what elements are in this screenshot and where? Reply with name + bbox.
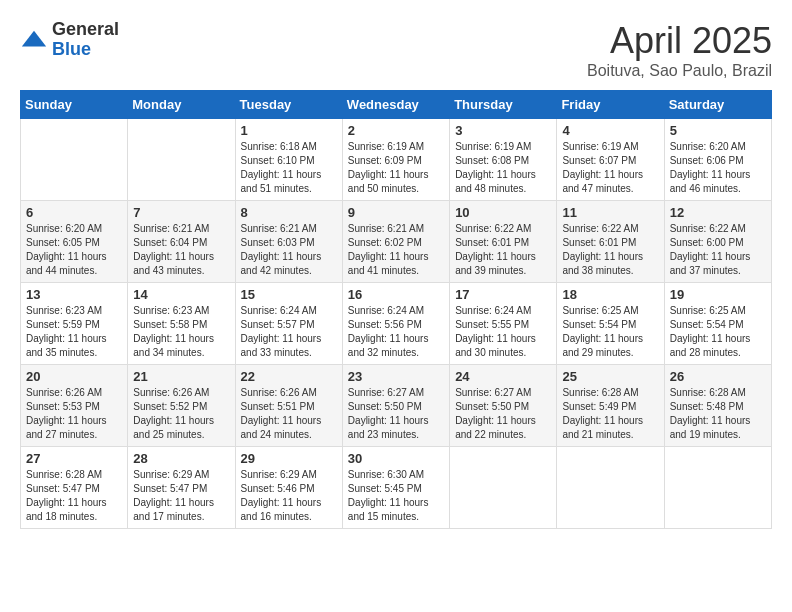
calendar-cell (664, 447, 771, 529)
logo-text: General Blue (52, 20, 119, 60)
day-info: Sunrise: 6:29 AM Sunset: 5:47 PM Dayligh… (133, 468, 229, 524)
weekday-header-tuesday: Tuesday (235, 91, 342, 119)
day-info: Sunrise: 6:24 AM Sunset: 5:57 PM Dayligh… (241, 304, 337, 360)
day-info: Sunrise: 6:20 AM Sunset: 6:06 PM Dayligh… (670, 140, 766, 196)
calendar-cell: 17Sunrise: 6:24 AM Sunset: 5:55 PM Dayli… (450, 283, 557, 365)
day-number: 20 (26, 369, 122, 384)
day-number: 4 (562, 123, 658, 138)
calendar-cell: 2Sunrise: 6:19 AM Sunset: 6:09 PM Daylig… (342, 119, 449, 201)
day-info: Sunrise: 6:19 AM Sunset: 6:08 PM Dayligh… (455, 140, 551, 196)
day-info: Sunrise: 6:26 AM Sunset: 5:52 PM Dayligh… (133, 386, 229, 442)
calendar-cell: 9Sunrise: 6:21 AM Sunset: 6:02 PM Daylig… (342, 201, 449, 283)
calendar-cell (21, 119, 128, 201)
day-number: 3 (455, 123, 551, 138)
day-number: 29 (241, 451, 337, 466)
day-number: 19 (670, 287, 766, 302)
day-number: 17 (455, 287, 551, 302)
day-info: Sunrise: 6:25 AM Sunset: 5:54 PM Dayligh… (670, 304, 766, 360)
calendar-cell: 26Sunrise: 6:28 AM Sunset: 5:48 PM Dayli… (664, 365, 771, 447)
calendar-body: 1Sunrise: 6:18 AM Sunset: 6:10 PM Daylig… (21, 119, 772, 529)
day-number: 21 (133, 369, 229, 384)
calendar-cell: 27Sunrise: 6:28 AM Sunset: 5:47 PM Dayli… (21, 447, 128, 529)
day-number: 22 (241, 369, 337, 384)
day-number: 5 (670, 123, 766, 138)
day-info: Sunrise: 6:23 AM Sunset: 5:58 PM Dayligh… (133, 304, 229, 360)
calendar-cell: 5Sunrise: 6:20 AM Sunset: 6:06 PM Daylig… (664, 119, 771, 201)
calendar-week-row: 6Sunrise: 6:20 AM Sunset: 6:05 PM Daylig… (21, 201, 772, 283)
day-info: Sunrise: 6:24 AM Sunset: 5:56 PM Dayligh… (348, 304, 444, 360)
weekday-header-monday: Monday (128, 91, 235, 119)
calendar-cell: 20Sunrise: 6:26 AM Sunset: 5:53 PM Dayli… (21, 365, 128, 447)
weekday-header-saturday: Saturday (664, 91, 771, 119)
location-title: Boituva, Sao Paulo, Brazil (587, 62, 772, 80)
calendar-cell (557, 447, 664, 529)
day-info: Sunrise: 6:29 AM Sunset: 5:46 PM Dayligh… (241, 468, 337, 524)
day-number: 18 (562, 287, 658, 302)
day-info: Sunrise: 6:28 AM Sunset: 5:47 PM Dayligh… (26, 468, 122, 524)
day-number: 27 (26, 451, 122, 466)
calendar-cell: 11Sunrise: 6:22 AM Sunset: 6:01 PM Dayli… (557, 201, 664, 283)
logo-icon (20, 26, 48, 54)
day-info: Sunrise: 6:21 AM Sunset: 6:03 PM Dayligh… (241, 222, 337, 278)
day-info: Sunrise: 6:22 AM Sunset: 6:01 PM Dayligh… (562, 222, 658, 278)
calendar-cell: 6Sunrise: 6:20 AM Sunset: 6:05 PM Daylig… (21, 201, 128, 283)
weekday-header-sunday: Sunday (21, 91, 128, 119)
title-block: April 2025 Boituva, Sao Paulo, Brazil (587, 20, 772, 80)
day-number: 9 (348, 205, 444, 220)
calendar-cell: 19Sunrise: 6:25 AM Sunset: 5:54 PM Dayli… (664, 283, 771, 365)
day-number: 25 (562, 369, 658, 384)
calendar-cell: 25Sunrise: 6:28 AM Sunset: 5:49 PM Dayli… (557, 365, 664, 447)
day-info: Sunrise: 6:18 AM Sunset: 6:10 PM Dayligh… (241, 140, 337, 196)
calendar-cell: 24Sunrise: 6:27 AM Sunset: 5:50 PM Dayli… (450, 365, 557, 447)
weekday-header-thursday: Thursday (450, 91, 557, 119)
day-number: 30 (348, 451, 444, 466)
day-info: Sunrise: 6:19 AM Sunset: 6:07 PM Dayligh… (562, 140, 658, 196)
day-number: 2 (348, 123, 444, 138)
day-number: 11 (562, 205, 658, 220)
day-info: Sunrise: 6:27 AM Sunset: 5:50 PM Dayligh… (455, 386, 551, 442)
calendar-cell: 22Sunrise: 6:26 AM Sunset: 5:51 PM Dayli… (235, 365, 342, 447)
calendar-cell: 30Sunrise: 6:30 AM Sunset: 5:45 PM Dayli… (342, 447, 449, 529)
day-info: Sunrise: 6:28 AM Sunset: 5:48 PM Dayligh… (670, 386, 766, 442)
day-info: Sunrise: 6:21 AM Sunset: 6:04 PM Dayligh… (133, 222, 229, 278)
calendar-week-row: 20Sunrise: 6:26 AM Sunset: 5:53 PM Dayli… (21, 365, 772, 447)
calendar-cell: 28Sunrise: 6:29 AM Sunset: 5:47 PM Dayli… (128, 447, 235, 529)
day-info: Sunrise: 6:25 AM Sunset: 5:54 PM Dayligh… (562, 304, 658, 360)
day-info: Sunrise: 6:22 AM Sunset: 6:01 PM Dayligh… (455, 222, 551, 278)
calendar-cell: 12Sunrise: 6:22 AM Sunset: 6:00 PM Dayli… (664, 201, 771, 283)
calendar-week-row: 13Sunrise: 6:23 AM Sunset: 5:59 PM Dayli… (21, 283, 772, 365)
day-info: Sunrise: 6:19 AM Sunset: 6:09 PM Dayligh… (348, 140, 444, 196)
calendar-cell: 1Sunrise: 6:18 AM Sunset: 6:10 PM Daylig… (235, 119, 342, 201)
calendar-table: SundayMondayTuesdayWednesdayThursdayFrid… (20, 90, 772, 529)
day-number: 12 (670, 205, 766, 220)
calendar-week-row: 27Sunrise: 6:28 AM Sunset: 5:47 PM Dayli… (21, 447, 772, 529)
day-number: 10 (455, 205, 551, 220)
calendar-cell: 14Sunrise: 6:23 AM Sunset: 5:58 PM Dayli… (128, 283, 235, 365)
calendar-cell: 21Sunrise: 6:26 AM Sunset: 5:52 PM Dayli… (128, 365, 235, 447)
day-info: Sunrise: 6:22 AM Sunset: 6:00 PM Dayligh… (670, 222, 766, 278)
day-number: 6 (26, 205, 122, 220)
day-number: 1 (241, 123, 337, 138)
calendar-header: SundayMondayTuesdayWednesdayThursdayFrid… (21, 91, 772, 119)
day-number: 26 (670, 369, 766, 384)
calendar-cell: 8Sunrise: 6:21 AM Sunset: 6:03 PM Daylig… (235, 201, 342, 283)
weekday-header-friday: Friday (557, 91, 664, 119)
day-info: Sunrise: 6:20 AM Sunset: 6:05 PM Dayligh… (26, 222, 122, 278)
calendar-cell (450, 447, 557, 529)
calendar-cell: 4Sunrise: 6:19 AM Sunset: 6:07 PM Daylig… (557, 119, 664, 201)
day-number: 16 (348, 287, 444, 302)
weekday-row: SundayMondayTuesdayWednesdayThursdayFrid… (21, 91, 772, 119)
calendar-cell: 18Sunrise: 6:25 AM Sunset: 5:54 PM Dayli… (557, 283, 664, 365)
weekday-header-wednesday: Wednesday (342, 91, 449, 119)
page-header: General Blue April 2025 Boituva, Sao Pau… (20, 20, 772, 80)
logo-blue-text: Blue (52, 40, 119, 60)
calendar-cell: 15Sunrise: 6:24 AM Sunset: 5:57 PM Dayli… (235, 283, 342, 365)
day-number: 28 (133, 451, 229, 466)
day-info: Sunrise: 6:27 AM Sunset: 5:50 PM Dayligh… (348, 386, 444, 442)
day-number: 7 (133, 205, 229, 220)
day-info: Sunrise: 6:21 AM Sunset: 6:02 PM Dayligh… (348, 222, 444, 278)
day-number: 14 (133, 287, 229, 302)
day-number: 13 (26, 287, 122, 302)
calendar-cell: 29Sunrise: 6:29 AM Sunset: 5:46 PM Dayli… (235, 447, 342, 529)
day-info: Sunrise: 6:23 AM Sunset: 5:59 PM Dayligh… (26, 304, 122, 360)
